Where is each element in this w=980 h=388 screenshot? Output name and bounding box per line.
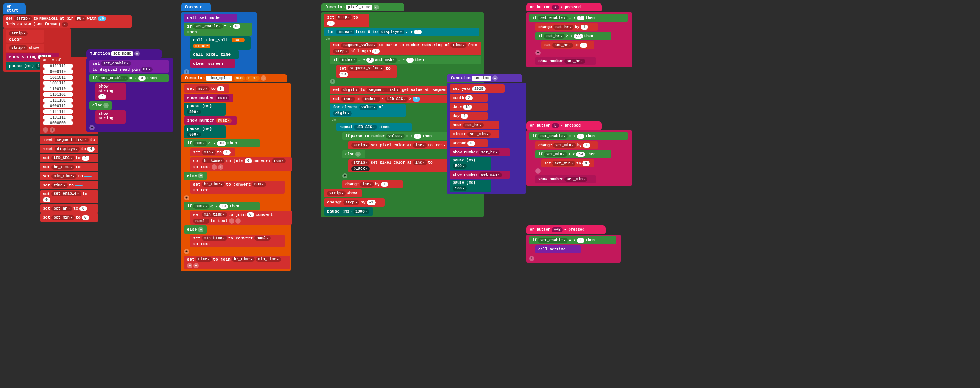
- set-date-block[interactable]: date 15: [450, 103, 488, 111]
- pause-500-settime-block[interactable]: pause (ms) 500: [450, 157, 491, 170]
- pause-500-settime2-block[interactable]: pause (ms) 500: [450, 180, 491, 192]
- neopixel-init-block[interactable]: set strip to NeoPixel at pin P0 with 56 …: [3, 15, 132, 28]
- change-set-hr-block[interactable]: change set_hr by 1: [535, 23, 598, 31]
- if-set-enable-1ab-block[interactable]: if set_enable = ▾ 1 then: [529, 236, 616, 244]
- pause-500b-block[interactable]: pause (ms) 500: [184, 125, 226, 138]
- btn-ab-plus[interactable]: +: [529, 256, 535, 261]
- if-set-enable-block[interactable]: if set_enable = ▾ 0 then: [89, 74, 169, 82]
- change-set-min-block[interactable]: change set_min by 1: [535, 141, 598, 149]
- show-number-set-min-block[interactable]: show number set_min: [450, 171, 510, 179]
- set-second-block[interactable]: second 0: [450, 139, 488, 147]
- show-string-empty-block[interactable]: show string: [95, 110, 126, 123]
- set-set-min-0-block[interactable]: set set_min to 0: [541, 159, 594, 168]
- timesplit2-else-minus[interactable]: −: [198, 227, 203, 232]
- array-minus-btn[interactable]: −: [43, 127, 48, 133]
- else-minus-btn[interactable]: −: [103, 103, 109, 108]
- set-set-min-block[interactable]: set set_min to 0: [40, 213, 99, 222]
- pixel-else-minus[interactable]: −: [355, 152, 361, 157]
- settime-refresh-btn[interactable]: ↻: [492, 75, 498, 81]
- strip-show-main-block[interactable]: strip show: [324, 189, 362, 197]
- strip-pixel-red-block[interactable]: strip set pixel color at inc to red: [348, 141, 454, 149]
- array-plus-btn[interactable]: +: [49, 127, 55, 133]
- set-min-time-convert-block[interactable]: set min_time to convert num2 to text: [190, 235, 285, 247]
- set-led-seg-block[interactable]: set LED_SEG to 2: [40, 154, 99, 162]
- set-inc-block[interactable]: set inc to index × LED_SEG × 7: [330, 95, 463, 103]
- if-num-lt-10-block[interactable]: if num < ▾ 10 then: [184, 139, 260, 147]
- show-number-set-min2-block[interactable]: show number set_min: [535, 175, 596, 184]
- button-ab-hat: on button A+B ▾ pressed: [526, 225, 606, 234]
- if-index-3-msb-block[interactable]: if index = ▾ 3 and msb = ▾ 1 then: [330, 56, 482, 64]
- set-year-block[interactable]: set year 2020: [450, 85, 504, 93]
- timesplit-else-minus[interactable]: −: [198, 173, 203, 179]
- call-pixel-time-block[interactable]: call pixel_time: [190, 50, 239, 59]
- strip-clear-block[interactable]: strip clear: [6, 30, 44, 43]
- set-time-join-block[interactable]: set time to join hr_time min_time − +: [184, 256, 290, 270]
- set-hour-block[interactable]: hour set_hr: [450, 121, 499, 129]
- set-hr-time-convert-block[interactable]: set hr_time to convert num to text: [190, 181, 285, 194]
- if-num2-lt-10-block[interactable]: if num2 < ▾ 10 then: [184, 202, 260, 210]
- call-settime-block[interactable]: call settime: [535, 245, 581, 254]
- pixel-time-inner-plus[interactable]: +: [330, 79, 336, 84]
- for-index-block[interactable]: for index from 0 to displays - ▾ 1: [324, 28, 479, 36]
- set-min-time-block[interactable]: set min_time to: [40, 172, 99, 180]
- change-step-block[interactable]: change step by -1: [324, 198, 385, 206]
- if-set-enable-1b-block[interactable]: if set_enable = ▾ 1 then: [529, 132, 628, 140]
- canvas: on start set strip to NeoPixel at pin P0…: [0, 0, 980, 388]
- if-set-hr-23-block[interactable]: if set_hr > ▾ 23 then: [535, 32, 611, 40]
- if-value-1-block[interactable]: if parse to number value = ▾ 1 then: [342, 132, 463, 140]
- show-number-set-hr2-block[interactable]: show number set_hr: [535, 57, 596, 65]
- set-segment-value-block[interactable]: set segment_value to parse to number sub…: [330, 42, 482, 55]
- set-segment-value-10-block[interactable]: set segment_value to 10: [336, 65, 397, 78]
- hr-time-minus[interactable]: −: [212, 164, 217, 170]
- pixel-inner-plus[interactable]: +: [342, 173, 347, 179]
- repeat-led-seg-block[interactable]: repeat LED_SEG times: [336, 123, 412, 131]
- set-set-hr-block[interactable]: set set_hr to 0: [40, 204, 99, 212]
- set-set-enable-block[interactable]: set set_enable to 0: [40, 190, 99, 203]
- if-set-min-59-block[interactable]: if set_min > ▾ 59 then: [535, 150, 611, 158]
- pause-500-block[interactable]: pause (ms) 500: [184, 103, 226, 116]
- show-number-num2-block[interactable]: show number num2: [184, 117, 237, 125]
- set-min-time-join-block[interactable]: set min_time to join 0 convert num2 to t…: [190, 211, 292, 225]
- change-inc-block[interactable]: change inc by 1: [342, 180, 403, 188]
- function-set-mode-group: function set_mode ↻ set set_enable to di…: [86, 49, 173, 132]
- set-minute-block[interactable]: minute set_min: [450, 130, 499, 138]
- pause-1000-pixel-block[interactable]: pause (ms) 1000: [324, 207, 373, 216]
- clear-screen-block[interactable]: clear screen: [190, 59, 235, 68]
- set-mode-refresh-btn[interactable]: ↻: [134, 51, 140, 56]
- set-hr-time-join-block[interactable]: set hr_time to join 0 convert num to tex…: [190, 157, 292, 171]
- set-msb-1-block[interactable]: set msb to 1: [190, 148, 235, 156]
- call-time-split-block[interactable]: call Time_split hour minute: [190, 37, 251, 49]
- pixel-time-refresh-btn[interactable]: ↻: [374, 5, 379, 10]
- button-b-container: if set_enable = ▾ 1 then change set_min …: [526, 130, 632, 186]
- for-element-block[interactable]: for element value of digit: [330, 104, 406, 117]
- set-hr-time-block[interactable]: set hr_time to: [40, 163, 99, 171]
- timesplit-plus1[interactable]: +: [184, 195, 189, 200]
- strip-pixel-black-block[interactable]: strip set pixel color at inc to black: [348, 159, 454, 172]
- set-displays-block[interactable]: ☐ set displays to 4: [40, 145, 99, 153]
- btn-a-plus[interactable]: +: [535, 50, 541, 55]
- if-set-enable-1-block[interactable]: if set_enable = ▾ 1 then: [529, 14, 628, 22]
- forever-if-block[interactable]: if set_enable = ▾ 0 then: [184, 23, 252, 36]
- set-set-enable-digital-block[interactable]: set set_enable to digital read pin P1: [89, 60, 169, 73]
- set-month-block[interactable]: month 2: [450, 94, 488, 102]
- set-segment-list-block[interactable]: ☐ set segment list to: [40, 136, 99, 144]
- strip-show-block[interactable]: strip show: [6, 43, 44, 52]
- time-join-minus[interactable]: −: [187, 263, 192, 268]
- set-day-block[interactable]: day 4: [450, 112, 488, 120]
- call-set-mode-block[interactable]: call set_mode: [184, 14, 237, 22]
- time-join-plus[interactable]: +: [193, 263, 199, 268]
- min-time-minus[interactable]: −: [229, 218, 234, 224]
- time-split-refresh-btn[interactable]: ↻: [261, 75, 266, 81]
- set-set-hr-0-block[interactable]: set set_hr to 0: [541, 41, 594, 49]
- show-string-x-block[interactable]: show string *: [95, 83, 126, 101]
- show-number-num-block[interactable]: show number num: [184, 94, 233, 102]
- set-stop-1-block[interactable]: set stop to 1: [324, 14, 369, 27]
- show-number-set-hr-block[interactable]: show number set_hr: [450, 148, 510, 156]
- hr-time-plus[interactable]: +: [218, 164, 223, 170]
- btn-b-plus[interactable]: +: [535, 168, 541, 174]
- timesplit-plus2[interactable]: +: [184, 249, 189, 254]
- min-time-plus[interactable]: +: [235, 218, 241, 224]
- set-time-block[interactable]: set time to: [40, 181, 99, 190]
- set-mode-plus-btn[interactable]: +: [89, 125, 95, 130]
- set-msb-0-block[interactable]: set msb to 0: [184, 85, 229, 93]
